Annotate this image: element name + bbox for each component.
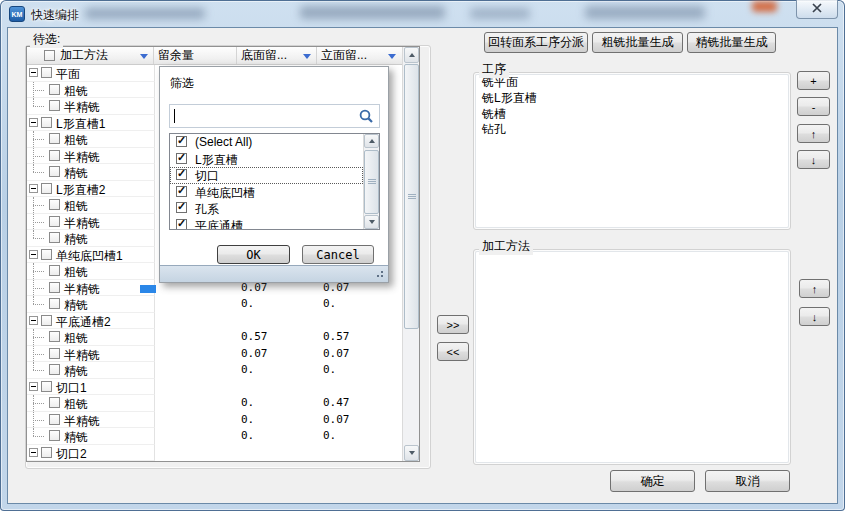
table-row[interactable]: 粗铣0.570.57 [27,329,402,346]
row-label: 平面 [56,66,80,83]
row-checkbox[interactable] [49,232,60,243]
header-bottom-allowance-column[interactable]: 底面留... [237,47,317,64]
popup-resize-bar[interactable] [160,265,388,282]
row-checkbox[interactable] [49,133,60,144]
select-all-checkbox[interactable] [44,50,55,61]
filter-ok-button[interactable]: OK [217,245,290,264]
bottom-filter-dropdown[interactable] [301,51,313,61]
filter-list-scrollbar[interactable] [363,134,379,229]
collapse-icon[interactable] [29,68,38,77]
table-row[interactable]: 平底通槽2 [27,313,402,330]
filter-option-checkbox[interactable] [176,202,187,213]
table-row[interactable]: 切口1 [27,379,402,396]
row-checkbox[interactable] [49,331,60,342]
row-checkbox[interactable] [49,397,60,408]
header-method-label: 加工方法 [60,47,108,64]
method-move-up-button[interactable]: ↑ [799,279,830,298]
filter-option-checkbox[interactable] [176,153,187,164]
table-row[interactable]: 精铣0.0. [27,428,402,445]
filter-option[interactable]: 切口 [170,167,363,184]
process-item[interactable]: 铣L形直槽 [476,91,788,107]
row-checkbox[interactable] [49,348,60,359]
filter-option-checkbox[interactable] [176,136,187,147]
row-checkbox[interactable] [49,298,60,309]
close-button[interactable] [796,0,838,19]
search-icon[interactable] [358,108,375,128]
row-checkbox[interactable] [49,430,60,441]
scrollbar-thumb[interactable] [364,150,379,214]
scrollbar-thumb[interactable] [404,64,419,329]
header-side-allowance-column[interactable]: 立面留... [317,47,401,64]
move-left-button[interactable]: << [437,342,469,361]
row-checkbox[interactable] [49,414,60,425]
process-move-down-button[interactable]: ↓ [797,150,830,169]
header-method-column[interactable]: 加工方法 [27,47,154,64]
cancel-button[interactable]: 取消 [705,470,790,492]
row-checkbox[interactable] [41,183,52,194]
scroll-up-button[interactable] [404,47,419,63]
row-checkbox[interactable] [49,282,60,293]
row-checkbox[interactable] [49,84,60,95]
filter-option-checkbox[interactable] [176,186,187,197]
fine-mill-batch-generate-button[interactable]: 精铣批量生成 [687,32,776,53]
row-checkbox[interactable] [41,315,52,326]
process-item[interactable]: 铣平面 [476,75,788,91]
scroll-down-button[interactable] [364,215,379,229]
titlebar[interactable]: KM 快速编排 [0,0,845,28]
pending-group-label: 待选: [30,31,63,48]
row-checkbox[interactable] [41,381,52,392]
filter-option[interactable]: (Select All) [170,134,363,151]
rough-mill-batch-generate-button[interactable]: 粗铣批量生成 [592,32,683,53]
row-checkbox[interactable] [41,447,52,458]
filter-option[interactable]: L形直槽 [170,151,363,168]
table-row[interactable]: 半精铣0.070.07 [27,346,402,363]
header-allowance-column[interactable]: 留余量 [154,47,237,64]
row-checkbox[interactable] [41,67,52,78]
filter-option[interactable]: 平底通槽 [170,217,363,231]
row-checkbox[interactable] [49,364,60,375]
tree-cell: L形直槽1 [27,115,155,132]
table-row[interactable]: 切口2 [27,445,402,462]
collapse-icon[interactable] [29,250,38,259]
collapse-icon[interactable] [29,316,38,325]
row-checkbox[interactable] [49,216,60,227]
row-checkbox[interactable] [49,199,60,210]
collapse-icon[interactable] [29,184,38,193]
table-row[interactable]: 精铣0.0. [27,296,402,313]
process-item[interactable]: 钻孔 [476,122,788,138]
collapse-icon[interactable] [29,118,38,127]
filter-option-checkbox[interactable] [176,219,187,230]
table-row[interactable]: 半精铣0.0.07 [27,412,402,429]
collapse-icon[interactable] [29,448,38,457]
process-move-up-button[interactable]: ↑ [797,124,830,143]
row-checkbox[interactable] [41,249,52,260]
rotary-face-process-assign-button[interactable]: 回转面系工序分派 [484,32,588,53]
bottom-allowance-value: 0.57 [241,329,268,346]
method-move-down-button[interactable]: ↓ [799,307,830,326]
filter-cancel-button[interactable]: Cancel [302,245,374,264]
row-checkbox[interactable] [49,265,60,276]
method-filter-dropdown[interactable] [138,51,150,61]
move-right-button[interactable]: >> [437,315,469,334]
filter-option[interactable]: 孔系 [170,200,363,217]
process-remove-button[interactable]: - [797,97,830,116]
table-vertical-scrollbar[interactable] [402,47,419,461]
row-checkbox[interactable] [41,117,52,128]
filter-option-checkbox[interactable] [176,169,187,180]
side-filter-dropdown[interactable] [386,51,398,61]
confirm-button[interactable]: 确定 [610,470,695,492]
table-row[interactable]: 粗铣0.0.47 [27,395,402,412]
row-checkbox[interactable] [49,166,60,177]
filter-search-input[interactable] [173,107,353,125]
process-item[interactable]: 铣槽 [476,107,788,123]
process-add-button[interactable]: + [797,71,830,90]
row-checkbox[interactable] [49,100,60,111]
filter-option[interactable]: 单纯底凹槽 [170,184,363,201]
collapse-icon[interactable] [29,382,38,391]
table-row[interactable]: 精铣0.0. [27,362,402,379]
filter-option-label: (Select All) [195,135,252,149]
row-checkbox[interactable] [49,150,60,161]
scroll-down-button[interactable] [404,445,419,461]
tree-connector [33,98,34,106]
scroll-up-button[interactable] [364,134,379,148]
